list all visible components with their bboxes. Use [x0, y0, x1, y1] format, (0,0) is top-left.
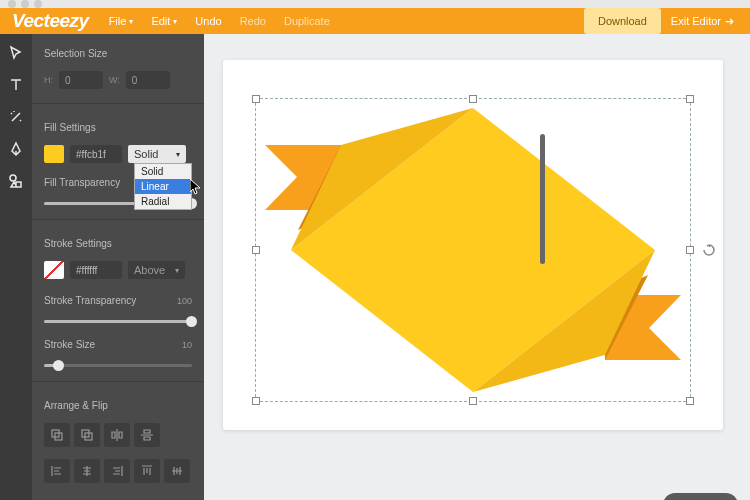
stroke-size-slider[interactable]	[44, 364, 192, 367]
width-label: W:	[109, 75, 120, 85]
chevron-down-icon: ▾	[129, 17, 133, 26]
menu-edit[interactable]: Edit▾	[145, 11, 183, 31]
stroke-hex-input[interactable]	[70, 261, 122, 279]
align-right-button[interactable]	[104, 459, 130, 483]
min-dot[interactable]	[21, 0, 29, 8]
max-dot[interactable]	[34, 0, 42, 8]
canvas[interactable]	[223, 60, 723, 430]
arrange-flip-label: Arrange & Flip	[44, 400, 192, 411]
fill-hex-input[interactable]	[70, 145, 122, 163]
menu-file[interactable]: File▾	[103, 11, 140, 31]
height-input[interactable]	[59, 71, 103, 89]
align-center-h-button[interactable]	[74, 459, 100, 483]
width-input[interactable]	[126, 71, 170, 89]
close-dot[interactable]	[8, 0, 16, 8]
fill-type-dropdown: Solid Linear Radial	[134, 163, 192, 210]
menu-redo[interactable]: Redo	[234, 11, 272, 31]
wand-tool[interactable]	[7, 108, 25, 126]
pen-tool[interactable]	[7, 140, 25, 158]
canvas-area	[204, 34, 750, 500]
flip-vertical-button[interactable]	[134, 423, 160, 447]
fill-type-option-solid[interactable]: Solid	[135, 164, 191, 179]
logo: Vecteezy	[12, 10, 89, 32]
fill-settings-label: Fill Settings	[44, 122, 192, 133]
select-tool[interactable]	[7, 44, 25, 62]
align-middle-v-button[interactable]	[164, 459, 190, 483]
tool-column	[0, 34, 32, 500]
stroke-color-swatch[interactable]	[44, 261, 64, 279]
shapes-tool[interactable]	[7, 172, 25, 190]
panel-scrollbar[interactable]	[540, 74, 546, 454]
fill-type-select[interactable]: Solid ▾	[128, 145, 186, 163]
stroke-settings-label: Stroke Settings	[44, 238, 192, 249]
selection-size-label: Selection Size	[44, 48, 192, 59]
properties-panel: Selection Size H: W: Fill Settings Solid…	[32, 34, 204, 500]
stroke-size-label: Stroke Size	[44, 339, 95, 350]
menu-undo[interactable]: Undo	[189, 11, 227, 31]
send-backward-button[interactable]	[74, 423, 100, 447]
height-label: H:	[44, 75, 53, 85]
align-top-button[interactable]	[134, 459, 160, 483]
bring-forward-button[interactable]	[44, 423, 70, 447]
chevron-down-icon: ▾	[173, 17, 177, 26]
fill-type-option-linear[interactable]: Linear	[135, 179, 191, 194]
artwork-ribbon[interactable]	[223, 60, 723, 430]
download-button[interactable]: Download	[584, 8, 661, 34]
menu-duplicate[interactable]: Duplicate	[278, 11, 336, 31]
app-header: Vecteezy File▾ Edit▾ Undo Redo Duplicate…	[0, 8, 750, 34]
chevron-down-icon: ▾	[175, 266, 179, 275]
stroke-size-value: 10	[182, 340, 192, 350]
stroke-transparency-label: Stroke Transparency	[44, 295, 136, 306]
window-chrome	[0, 0, 750, 8]
stroke-position-select[interactable]: Above▾	[128, 261, 185, 279]
svg-point-0	[10, 175, 16, 181]
stroke-transparency-value: 100	[177, 296, 192, 306]
arrow-right-icon: ➜	[725, 15, 734, 28]
stroke-transparency-slider[interactable]	[44, 320, 192, 323]
zoom-control: − 79% +	[663, 493, 738, 500]
flip-horizontal-button[interactable]	[104, 423, 130, 447]
fill-color-swatch[interactable]	[44, 145, 64, 163]
fill-type-option-radial[interactable]: Radial	[135, 194, 191, 209]
text-tool[interactable]	[7, 76, 25, 94]
exit-editor-button[interactable]: Exit Editor➜	[667, 9, 738, 34]
align-left-button[interactable]	[44, 459, 70, 483]
chevron-down-icon: ▾	[176, 150, 180, 159]
cursor-icon	[190, 179, 204, 197]
